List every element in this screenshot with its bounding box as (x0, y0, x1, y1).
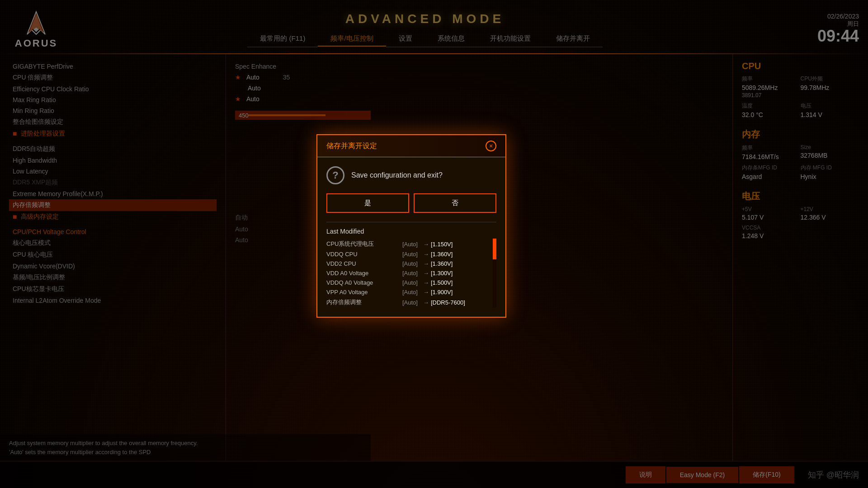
arrow-symbol: → (423, 279, 429, 286)
arrow-symbol: → (423, 251, 429, 258)
change-new-value: [1.300V] (431, 270, 453, 277)
modal-overlay: 储存并离开设定 × ? Save configuration and exit?… (0, 0, 868, 488)
change-arrow: [Auto] (402, 299, 418, 306)
last-modified-list: CPU系统代理电压 [Auto] → [1.150V] VDDQ CPU [Au… (326, 239, 496, 308)
change-item: 内存倍频调整 [Auto] → [DDR5-7600] (326, 297, 496, 308)
change-arrow: [Auto] (402, 260, 418, 267)
change-new-value: [DDR5-7600] (431, 299, 465, 306)
save-exit-modal: 储存并离开设定 × ? Save configuration and exit?… (316, 134, 506, 318)
change-item: VDD A0 Voltage [Auto] → [1.300V] (326, 268, 496, 278)
scrollbar-thumb (493, 239, 496, 259)
change-name: 内存倍频调整 (326, 298, 399, 306)
change-name: CPU系统代理电压 (326, 240, 399, 248)
last-modified-title: Last Modified (326, 228, 496, 235)
change-new-value: [1.500V] (431, 279, 453, 286)
change-arrow: [Auto] (402, 270, 418, 277)
modal-body: ? Save configuration and exit? 是 否 Last … (317, 157, 505, 317)
arrow-symbol: → (423, 289, 429, 296)
arrow-symbol: → (423, 270, 429, 277)
modal-close-button[interactable]: × (486, 141, 496, 151)
change-new-value: [1.150V] (431, 241, 453, 248)
change-arrow: [Auto] (402, 279, 418, 286)
change-item: CPU系统代理电压 [Auto] → [1.150V] (326, 239, 496, 249)
modal-yes-button[interactable]: 是 (326, 193, 409, 213)
change-arrow: [Auto] (402, 241, 418, 248)
arrow-symbol: → (423, 260, 429, 267)
modal-no-button[interactable]: 否 (414, 193, 496, 213)
question-icon: ? (326, 166, 344, 184)
change-name: VPP A0 Voltage (326, 289, 399, 296)
modal-last-modified: Last Modified CPU系统代理电压 [Auto] → [1.150V… (326, 222, 496, 308)
modal-question-text: Save configuration and exit? (351, 171, 443, 179)
change-name: VDDQ CPU (326, 251, 399, 258)
change-name: VDDQ A0 Voltage (326, 279, 399, 286)
change-item: VPP A0 Voltage [Auto] → [1.900V] (326, 287, 496, 297)
modal-question-area: ? Save configuration and exit? (326, 166, 496, 184)
change-item: VDDQ CPU [Auto] → [1.360V] (326, 249, 496, 259)
change-arrow: [Auto] (402, 251, 418, 258)
change-new-value: [1.360V] (431, 251, 453, 258)
modal-title: 储存并离开设定 (326, 141, 377, 151)
change-name: VDD A0 Voltage (326, 270, 399, 277)
modal-buttons: 是 否 (326, 193, 496, 213)
change-item: VDD2 CPU [Auto] → [1.360V] (326, 259, 496, 268)
change-name: VDD2 CPU (326, 260, 399, 267)
scrollbar (493, 239, 496, 308)
arrow-symbol: → (423, 241, 429, 248)
modal-header: 储存并离开设定 × (317, 135, 505, 157)
change-new-value: [1.900V] (431, 289, 453, 296)
change-item: VDDQ A0 Voltage [Auto] → [1.500V] (326, 278, 496, 287)
change-arrow: [Auto] (402, 289, 418, 296)
arrow-symbol: → (423, 299, 429, 306)
change-new-value: [1.360V] (431, 260, 453, 267)
